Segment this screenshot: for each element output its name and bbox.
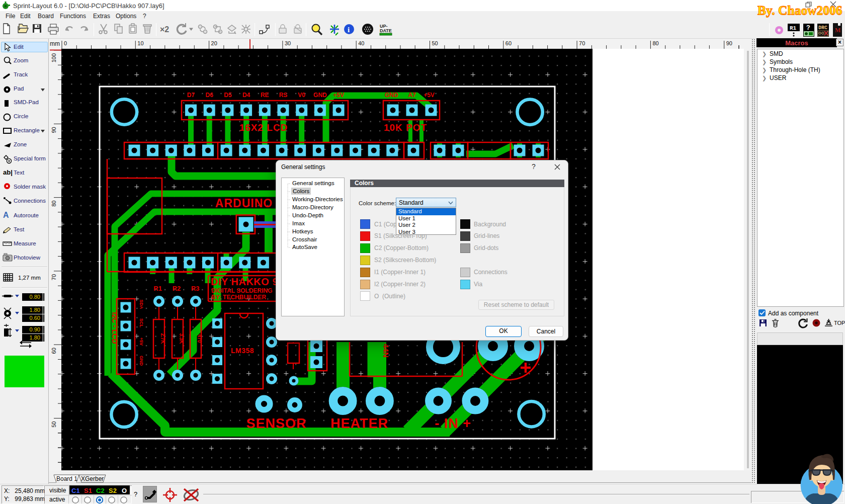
svg-text:D4: D4 — [242, 92, 250, 99]
svg-text:GND: GND — [139, 356, 144, 366]
svg-text:HEATER: HEATER — [330, 416, 388, 431]
svg-text:30: 30 — [285, 40, 291, 46]
svg-text:A7: A7 — [408, 92, 416, 99]
svg-text:0: 0 — [64, 40, 67, 46]
svg-text:I2C - LCD: I2C - LCD — [111, 312, 119, 344]
svg-text:90: 90 — [726, 40, 732, 46]
svg-text:XGerber: XGerber — [81, 475, 104, 482]
svg-text:DIGITAL SOLDERING: DIGITAL SOLDERING — [211, 287, 273, 294]
svg-text:50: 50 — [51, 422, 57, 428]
svg-text:SENSOR: SENSOR — [246, 416, 306, 431]
svg-text:50: 50 — [432, 40, 438, 46]
svg-text:+5V: +5V — [333, 92, 344, 99]
svg-text:O: O — [122, 487, 127, 494]
svg-text:C2: C2 — [96, 487, 105, 494]
svg-text:SCL: SCL — [139, 318, 144, 328]
svg-text:470: 470 — [197, 334, 202, 343]
svg-text:RE: RE — [261, 92, 269, 99]
svg-text:10: 10 — [137, 40, 143, 46]
svg-text:60: 60 — [505, 40, 512, 46]
svg-text:16X2 LCD: 16X2 LCD — [239, 122, 288, 133]
svg-text:RS: RS — [279, 92, 288, 99]
svg-text:2.7K: 2.7K — [160, 333, 165, 344]
svg-text:SDA: SDA — [139, 299, 144, 309]
svg-text:Add as component: Add as component — [768, 310, 819, 317]
svg-text:70: 70 — [51, 274, 57, 280]
svg-text:S1: S1 — [84, 487, 92, 494]
svg-text:DATE: DATE — [380, 28, 392, 33]
svg-text:+5V: +5V — [139, 338, 144, 346]
svg-text:80: 80 — [51, 201, 57, 207]
svg-text:R2: R2 — [173, 285, 181, 292]
svg-text:- IN +: - IN + — [435, 416, 471, 431]
svg-text:D7: D7 — [187, 92, 195, 99]
svg-text:100: 100 — [51, 53, 57, 62]
svg-text:D5: D5 — [224, 92, 232, 99]
svg-text:GND: GND — [313, 92, 327, 99]
svg-text:×2: ×2 — [160, 25, 169, 34]
svg-text:R1: R1 — [153, 285, 162, 292]
svg-text:LM358: LM358 — [231, 347, 254, 355]
svg-text:?: ? — [806, 24, 810, 32]
svg-text:TOP: TOP — [834, 320, 845, 326]
svg-text:BY: TECHBUILDER: BY: TECHBUILDER — [211, 294, 266, 301]
svg-text:DIY HAKKO 9: DIY HAKKO 9 — [211, 276, 278, 287]
svg-text:3.3K: 3.3K — [179, 333, 184, 344]
svg-text:R3: R3 — [191, 285, 200, 292]
svg-text:44N: 44N — [382, 344, 390, 358]
svg-text:40: 40 — [358, 40, 364, 46]
svg-text:GND: GND — [385, 92, 398, 99]
svg-text:60: 60 — [51, 348, 57, 354]
svg-text:80: 80 — [652, 40, 658, 46]
svg-text:C1: C1 — [71, 487, 80, 494]
svg-text:+5V: +5V — [424, 92, 435, 99]
svg-text:ARDUINO: ARDUINO — [215, 197, 273, 210]
svg-text:S2: S2 — [109, 487, 117, 494]
svg-text:10K POT: 10K POT — [384, 122, 427, 133]
svg-text:V0: V0 — [298, 92, 305, 99]
svg-text:DRC: DRC — [818, 25, 827, 31]
svg-text:Board 1: Board 1 — [56, 475, 77, 482]
svg-text:20: 20 — [211, 40, 217, 46]
svg-text:D6: D6 — [206, 92, 214, 99]
svg-text:70: 70 — [579, 40, 585, 46]
svg-text:M: M — [835, 27, 840, 34]
svg-text:R1: R1 — [790, 25, 797, 31]
svg-text:90: 90 — [51, 127, 57, 133]
svg-text:i: i — [348, 26, 350, 34]
